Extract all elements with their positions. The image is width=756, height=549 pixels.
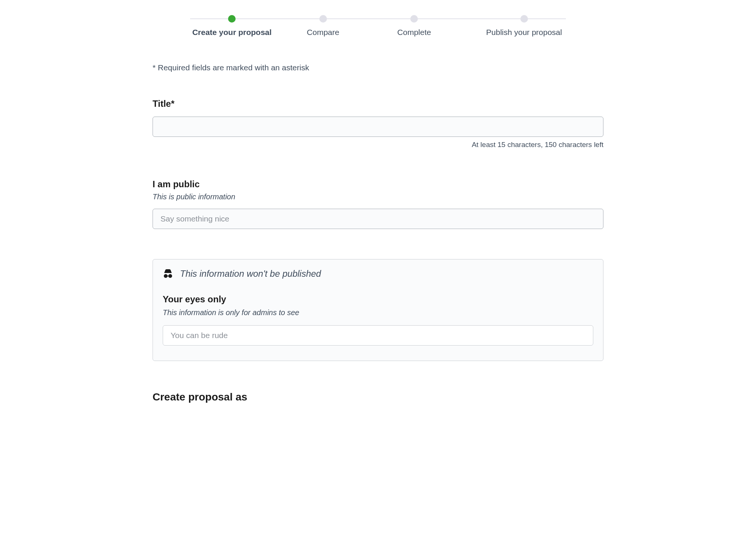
- wizard-dot: [319, 15, 327, 23]
- wizard-label: Create your proposal: [192, 28, 272, 37]
- public-help: This is public information: [153, 193, 603, 201]
- wizard-step-create[interactable]: Create your proposal: [186, 15, 278, 37]
- wizard-step-publish[interactable]: Publish your proposal: [460, 15, 570, 37]
- private-panel-header: This information won't be published: [163, 268, 593, 279]
- public-input[interactable]: [153, 209, 603, 229]
- svg-rect-2: [167, 276, 169, 276]
- private-header-text: This information won't be published: [180, 268, 321, 279]
- wizard-dot: [520, 15, 528, 23]
- private-panel: This information won't be published Your…: [153, 259, 603, 361]
- wizard-step-compare[interactable]: Compare: [278, 15, 369, 37]
- wizard-step-complete[interactable]: Complete: [369, 15, 460, 37]
- incognito-icon: [163, 269, 173, 278]
- wizard-dot: [410, 15, 418, 23]
- private-field-label: Your eyes only: [163, 294, 593, 305]
- public-label: I am public: [153, 179, 603, 190]
- private-input[interactable]: [163, 325, 593, 346]
- wizard-dot-active: [228, 15, 236, 23]
- title-input[interactable]: [153, 117, 603, 137]
- title-field-group: Title* At least 15 characters, 150 chara…: [153, 99, 603, 149]
- create-as-heading: Create proposal as: [153, 391, 603, 403]
- wizard-steps: Create your proposal Compare Complete Pu…: [171, 15, 585, 37]
- public-field-group: I am public This is public information: [153, 179, 603, 229]
- wizard-label: Publish your proposal: [486, 28, 562, 37]
- wizard-label: Complete: [397, 28, 431, 37]
- svg-point-1: [168, 274, 172, 278]
- private-field-help: This information is only for admins to s…: [163, 308, 593, 317]
- wizard-label: Compare: [307, 28, 339, 37]
- title-char-count: At least 15 characters, 150 characters l…: [153, 141, 603, 149]
- title-label: Title*: [153, 99, 603, 109]
- required-fields-note: * Required fields are marked with an ast…: [153, 63, 603, 72]
- svg-point-0: [164, 274, 168, 278]
